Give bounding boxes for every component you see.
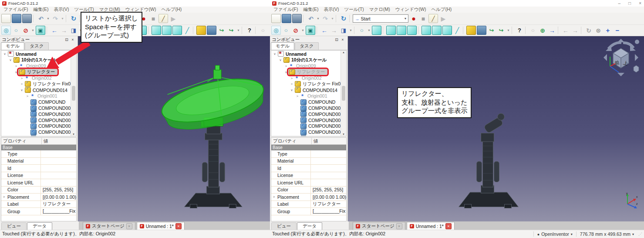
document-tab[interactable]: スタートページ bbox=[353, 222, 405, 230]
redo-dropdown-icon[interactable]: ▾ bbox=[61, 14, 64, 23]
tree-item[interactable]: COMPOUND004 bbox=[1, 123, 71, 129]
property-row[interactable]: Label リフレクター bbox=[271, 201, 346, 208]
menu-item[interactable]: 編集(E) bbox=[30, 7, 51, 13]
tree-expander-icon[interactable]: ∨ bbox=[273, 52, 277, 56]
panel-tab[interactable]: タスク bbox=[295, 42, 318, 50]
property-value[interactable]: リフレクター bbox=[311, 201, 346, 207]
document-tab[interactable]: Unnamed : 1* bbox=[137, 222, 185, 230]
macro-play-icon[interactable]: ▶ bbox=[439, 14, 448, 23]
property-expander-icon[interactable]: > bbox=[271, 195, 276, 199]
link-make-icon[interactable]: ↪ bbox=[217, 26, 226, 34]
tree-expander-icon[interactable]: ∨ bbox=[3, 52, 7, 56]
top-view-icon[interactable] bbox=[397, 26, 406, 35]
close-tab-icon[interactable] bbox=[175, 223, 182, 229]
menu-item[interactable]: 表示(V) bbox=[321, 7, 341, 13]
tree-item[interactable]: COMPOUND003 bbox=[271, 117, 341, 123]
tree-expander-icon[interactable]: ∨ bbox=[278, 58, 283, 62]
property-mode-tab[interactable]: ビュー bbox=[271, 222, 297, 230]
web-stop-icon[interactable]: ○ bbox=[259, 26, 267, 34]
tree-item[interactable]: > Origin001 bbox=[1, 93, 71, 99]
tree-expander-icon[interactable]: > bbox=[284, 64, 288, 68]
bottom-view-icon[interactable] bbox=[162, 26, 172, 35]
tree-item[interactable]: COMPOUND003 bbox=[1, 117, 71, 123]
property-group-header[interactable]: Base bbox=[271, 145, 346, 150]
sync-view-icon[interactable]: ↻ bbox=[584, 26, 593, 34]
tree-item[interactable]: COMPOUND001 bbox=[1, 105, 71, 111]
draw-style-icon[interactable]: ◨ bbox=[69, 26, 78, 34]
property-row[interactable]: License URL bbox=[271, 179, 346, 187]
rear-view-icon[interactable] bbox=[152, 26, 161, 35]
redo-dropdown-icon[interactable]: ▾ bbox=[330, 14, 334, 23]
scrollbar-thumb[interactable] bbox=[72, 86, 75, 101]
property-row[interactable]: License bbox=[1, 172, 76, 180]
tree-expander-icon[interactable]: > bbox=[14, 64, 18, 68]
undo-icon[interactable]: ↶ bbox=[37, 14, 45, 23]
property-row[interactable]: Material bbox=[271, 158, 346, 165]
undo-dropdown-icon[interactable]: ▾ bbox=[46, 14, 50, 23]
measure-icon[interactable]: ╱ bbox=[183, 26, 192, 34]
menu-item[interactable]: ツール(T) bbox=[341, 7, 366, 13]
link-make-icon[interactable]: ↪ bbox=[487, 26, 496, 34]
tree-scrollbar[interactable] bbox=[341, 51, 346, 136]
tree-item[interactable]: > Origin002 bbox=[271, 75, 341, 81]
new-file-icon[interactable] bbox=[271, 14, 281, 23]
view-dimensions[interactable]: 776.78 mm x 499.63 mm bbox=[576, 231, 637, 237]
zoom-caret-icon[interactable]: ▾ bbox=[367, 26, 371, 34]
tree-item[interactable]: ∨ Unnamed bbox=[271, 51, 341, 57]
close-tab-icon[interactable] bbox=[445, 223, 452, 229]
redo-icon[interactable]: ↷ bbox=[321, 14, 330, 23]
group-folder-icon[interactable] bbox=[477, 26, 486, 35]
open-folder-icon[interactable] bbox=[282, 14, 291, 23]
tree-expander-icon[interactable]: ∨ bbox=[20, 88, 24, 92]
tree-expander-icon[interactable]: ∨ bbox=[14, 70, 18, 74]
property-row[interactable]: Group [__________Fix (リフ... bbox=[1, 208, 76, 215]
property-mode-tab[interactable]: ビュー bbox=[1, 222, 27, 230]
part-workbench-icon[interactable] bbox=[466, 26, 476, 35]
property-row[interactable]: Color [255, 255, 255] bbox=[1, 187, 76, 194]
zoom-dropdown-icon[interactable]: ○ bbox=[357, 26, 366, 34]
tree-item[interactable]: COMPOUND002 bbox=[1, 111, 71, 117]
renderer-selector[interactable]: OpenInventor bbox=[533, 231, 576, 237]
tree-item[interactable]: COMPOUND005 bbox=[1, 129, 71, 135]
clip-dropdown-icon[interactable]: ▾ bbox=[31, 26, 35, 34]
close-view-icon[interactable]: ⊗ bbox=[594, 26, 603, 34]
property-expander-icon[interactable]: > bbox=[1, 195, 7, 199]
macro-stop-icon[interactable]: ■ bbox=[419, 14, 428, 23]
save-icon[interactable] bbox=[22, 14, 32, 23]
menu-item[interactable]: マクロ(M) bbox=[367, 7, 393, 13]
property-row[interactable]: Id bbox=[1, 165, 76, 172]
nav-back-icon[interactable]: ← bbox=[320, 26, 329, 34]
right-view-icon[interactable] bbox=[407, 26, 417, 35]
property-group-header[interactable]: Base bbox=[1, 145, 76, 150]
pedestal-model[interactable] bbox=[348, 36, 644, 221]
tree-item[interactable]: ∨ 10分の1スケール bbox=[271, 57, 341, 63]
scroll-down-icon[interactable] bbox=[72, 133, 75, 136]
group-folder-icon[interactable] bbox=[207, 26, 216, 35]
refresh-icon[interactable]: ↻ bbox=[339, 14, 348, 23]
navigation-cube[interactable]: 前 上 bbox=[601, 37, 641, 78]
property-value[interactable]: [255, 255, 255] bbox=[311, 187, 346, 192]
nav-forward-icon[interactable]: → bbox=[330, 26, 338, 34]
maximize-button[interactable]: □ bbox=[628, 1, 631, 6]
link-dropdown-icon[interactable]: ▾ bbox=[506, 26, 510, 34]
view-selection-icon[interactable]: ▣ bbox=[306, 26, 315, 35]
scroll-up-icon[interactable] bbox=[342, 51, 345, 54]
menu-item[interactable]: 表示(V) bbox=[51, 7, 71, 13]
draw-style-icon[interactable]: ◨ bbox=[339, 26, 348, 34]
tree-item[interactable]: COMPOUND002 bbox=[271, 111, 341, 117]
tree-item[interactable]: COMPOUND bbox=[271, 99, 341, 105]
clip-dropdown-icon[interactable]: ▾ bbox=[301, 26, 305, 34]
part-workbench-icon[interactable] bbox=[196, 26, 206, 35]
view-selection-icon[interactable]: ▣ bbox=[36, 26, 45, 35]
bottom-view-icon[interactable] bbox=[432, 26, 442, 35]
tree-item[interactable]: > Origin009 bbox=[271, 63, 341, 69]
left-view-icon[interactable] bbox=[172, 26, 182, 35]
close-tab-icon[interactable] bbox=[126, 223, 132, 229]
tree-item[interactable]: ∨ リフレクター bbox=[1, 69, 71, 75]
property-value[interactable]: [(0.00 0.00 1.00); 0.00 °; (0... bbox=[311, 194, 346, 200]
zoom-out-icon[interactable]: − bbox=[613, 26, 622, 34]
tree-item[interactable]: COMPOUND005 bbox=[271, 129, 341, 135]
left-view-icon[interactable] bbox=[442, 26, 452, 35]
link-dropdown-icon[interactable]: ▾ bbox=[236, 26, 240, 34]
property-value[interactable]: [255, 255, 255] bbox=[41, 187, 76, 192]
